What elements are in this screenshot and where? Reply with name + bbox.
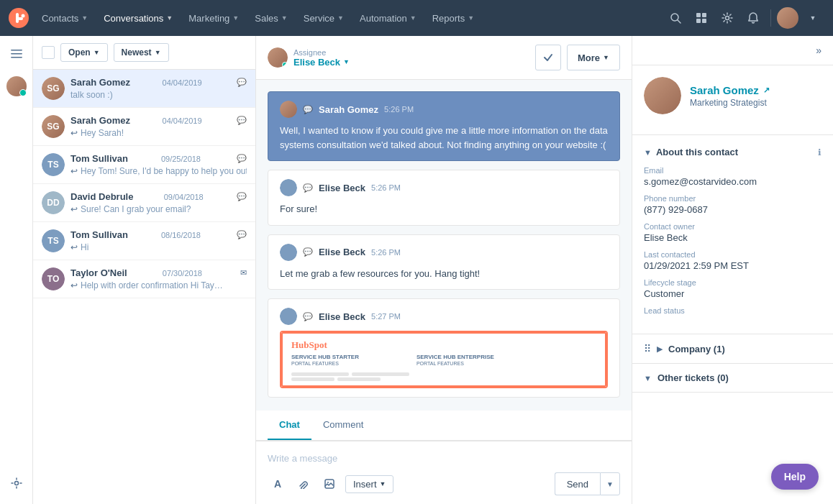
chevron-down-icon: ▼ (155, 49, 161, 56)
chevron-down-icon: ▼ (232, 14, 239, 22)
sidebar-expand-button[interactable] (5, 43, 28, 66)
chevron-down-icon: ▼ (410, 14, 416, 22)
about-section-header[interactable]: ▼ About this contact ℹ (644, 147, 821, 157)
composer: Write a message A Insert ▼ Send ▼ (256, 441, 632, 504)
account-chevron[interactable]: ▼ (801, 6, 824, 29)
assignee-name-button[interactable]: Elise Beck ▼ (293, 57, 350, 68)
marketplace-button[interactable] (690, 6, 713, 29)
text-format-button[interactable]: A (268, 474, 288, 494)
conv-item[interactable]: TS Tom Sullivan 08/16/2018 💬 ↩ Hi (33, 222, 255, 260)
hubspot-attachment: HubSpot SERVICE HUB STARTERPortal Featur… (280, 331, 608, 388)
conv-item[interactable]: DD David Debrule 09/04/2018 💬 ↩ Sure! Ca… (33, 184, 255, 222)
resolve-button[interactable] (535, 45, 561, 70)
chevron-down-icon: ▼ (644, 148, 652, 157)
conv-item[interactable]: SG Sarah Gomez 04/04/2019 💬 talk soon :) (33, 70, 255, 108)
help-button[interactable]: Help (771, 464, 819, 490)
avatar (280, 179, 297, 196)
tab-chat[interactable]: Chat (268, 411, 311, 440)
svg-rect-5 (702, 13, 706, 17)
chevron-down-icon: ▼ (94, 49, 100, 56)
chat-icon: 💬 (303, 105, 313, 114)
nav-sales[interactable]: Sales ▼ (247, 7, 294, 29)
avatar: SG (42, 115, 65, 138)
svg-rect-4 (696, 13, 701, 17)
info-icon: ℹ (818, 147, 821, 157)
hubspot-logo-text: HubSpot (291, 339, 327, 351)
select-all-checkbox[interactable] (42, 46, 55, 59)
online-indicator (282, 62, 288, 68)
user-avatar[interactable] (777, 7, 798, 29)
svg-point-14 (327, 482, 329, 483)
avatar: TS (42, 229, 65, 252)
chevron-down-icon: ▼ (343, 58, 350, 65)
chevron-right-icon: ▶ (657, 344, 663, 354)
more-button[interactable]: More ▼ (567, 45, 620, 70)
reply-icon: ↩ (70, 242, 78, 252)
table-col-label: SERVICE HUB ENTERPRISEPortal Features (416, 354, 494, 367)
chat-indicator-icon: 💬 (237, 154, 247, 163)
sidebar-avatar[interactable] (2, 72, 31, 101)
message-bubble: 💬 Elise Beck 5:26 PM Let me grab a few r… (268, 234, 620, 290)
avatar: TO (42, 267, 65, 290)
nav-marketing[interactable]: Marketing ▼ (181, 7, 246, 29)
assignee-label: Assignee (293, 48, 350, 57)
main-layout: Open ▼ Newest ▼ SG Sarah Gomez 04/04/201… (0, 36, 833, 504)
message-bubble: 💬 Elise Beck 5:26 PM For sure! (268, 170, 620, 226)
svg-line-3 (678, 20, 680, 23)
messages-area: 💬 Sarah Gomez 5:26 PM Well, I wanted to … (256, 80, 632, 411)
company-section-row[interactable]: ⠿ ▶ Company (1) (632, 334, 833, 364)
contact-section: Sarah Gomez ↗ Marketing Strategist (632, 65, 833, 135)
nav-automation[interactable]: Automation ▼ (352, 7, 424, 29)
chat-tabs: Chat Comment (256, 411, 632, 441)
conv-item[interactable]: TS Tom Sullivan 09/25/2018 💬 ↩ Hey Tom! … (33, 146, 255, 184)
hubspot-logo[interactable] (9, 8, 29, 28)
conv-list-items: SG Sarah Gomez 04/04/2019 💬 talk soon :) (33, 70, 255, 504)
avatar (280, 308, 297, 325)
nav-service[interactable]: Service ▼ (296, 7, 351, 29)
newest-filter-button[interactable]: Newest ▼ (114, 43, 169, 62)
attachment-button[interactable] (293, 474, 314, 494)
contact-title: Marketing Strategist (690, 98, 770, 108)
insert-button[interactable]: Insert ▼ (345, 475, 393, 493)
reply-icon: ↩ (70, 204, 78, 214)
svg-rect-6 (696, 19, 701, 23)
top-navigation: Contacts ▼ Conversations ▼ Marketing ▼ S… (0, 0, 833, 36)
nav-reports[interactable]: Reports ▼ (425, 7, 481, 29)
about-section: ▼ About this contact ℹ Email s.gomez@cos… (632, 135, 833, 334)
chat-indicator-icon: 💬 (237, 78, 247, 87)
sidebar-gear-button[interactable] (5, 472, 28, 497)
tickets-section-row[interactable]: ▼ Other tickets (0) (632, 364, 833, 393)
chevron-down-icon: ▼ (81, 14, 88, 22)
chevron-down-icon: ▼ (644, 374, 652, 382)
nav-conversations[interactable]: Conversations ▼ (96, 7, 180, 29)
composer-toolbar: A Insert ▼ Send ▼ (268, 472, 620, 495)
notifications-button[interactable] (742, 6, 765, 29)
chevron-down-icon: ▼ (468, 14, 474, 22)
send-dropdown-button[interactable]: ▼ (600, 472, 620, 495)
assignee-avatar (268, 47, 288, 68)
send-group: Send ▼ (555, 472, 620, 495)
tab-comment[interactable]: Comment (311, 411, 375, 440)
settings-button[interactable] (716, 6, 739, 29)
send-button[interactable]: Send (555, 472, 600, 495)
search-button[interactable] (664, 6, 687, 29)
conv-list-header: Open ▼ Newest ▼ (33, 36, 255, 70)
message-input[interactable]: Write a message (268, 450, 620, 472)
conv-item[interactable]: SG Sarah Gomez 04/04/2019 💬 ↩ Hey Sarah! (33, 108, 255, 146)
chevron-down-icon: ▼ (603, 54, 609, 61)
nav-contacts[interactable]: Contacts ▼ (35, 7, 95, 29)
conv-content: Sarah Gomez 04/04/2019 💬 talk soon :) (70, 77, 247, 100)
conversation-list: Open ▼ Newest ▼ SG Sarah Gomez 04/04/201… (33, 36, 256, 504)
chat-icon: 💬 (303, 312, 313, 321)
panel-expand-button[interactable]: » (816, 45, 821, 56)
avatar (280, 244, 297, 261)
open-filter-button[interactable]: Open ▼ (60, 43, 108, 62)
field-lifecycle-stage: Lifecycle stage Customer (644, 278, 821, 299)
contact-name[interactable]: Sarah Gomez ↗ (690, 84, 770, 96)
avatar (280, 101, 297, 118)
field-contact-owner: Contact owner Elise Beck (644, 222, 821, 243)
conv-item[interactable]: TO Taylor O'Neil 07/30/2018 ✉ ↩ Help wit… (33, 260, 255, 298)
avatar: TS (42, 153, 65, 176)
field-phone: Phone number (877) 929-0687 (644, 194, 821, 215)
image-button[interactable] (319, 474, 340, 494)
